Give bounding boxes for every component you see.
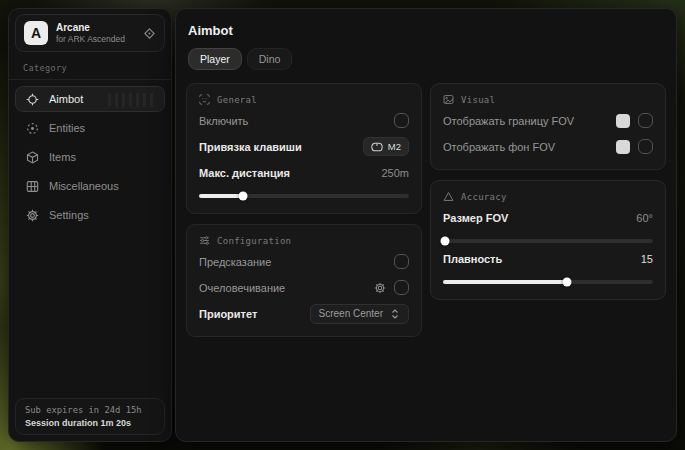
humanization-row: Очеловечивание [199, 277, 409, 298]
sidebar-item-label: Items [49, 151, 76, 163]
fov-size-label: Размер FOV [443, 212, 508, 224]
sidebar-item-label: Aimbot [49, 93, 83, 105]
grid-icon [26, 180, 39, 193]
prediction-label: Предсказание [199, 256, 271, 268]
smoothness-slider-handle[interactable] [562, 278, 571, 287]
priority-label: Приоритет [199, 308, 257, 320]
package-icon [26, 151, 39, 164]
visual-card: Visual Отображать границу FOV Отображать… [430, 83, 666, 170]
mouse-icon [371, 142, 383, 152]
game-overlay-background: { "app": { "logo_letter": "A", "name": "… [0, 0, 685, 450]
main-panel: Aimbot Player Dino General [175, 8, 677, 442]
priority-row: Приоритет Screen Center [199, 303, 409, 324]
enable-row: Включить [199, 110, 409, 131]
gear-icon [26, 209, 39, 222]
fov-border-row: Отображать границу FOV [443, 110, 653, 131]
subscription-info-box: Sub expires in 24d 15h Session duration … [15, 398, 165, 435]
enable-checkbox[interactable] [394, 113, 409, 128]
left-column: General Включить Привязка клавиши M [186, 83, 422, 337]
accuracy-card: Accuracy Размер FOV 60° Плавность 15 [430, 180, 666, 300]
sidebar-item-label: Entities [49, 122, 85, 134]
visual-card-header: Visual [443, 94, 653, 105]
app-title-block: Arcane for ARK Ascended [56, 22, 125, 44]
scan-face-icon [199, 94, 210, 105]
page-title: Aimbot [188, 23, 664, 38]
fov-background-color-swatch[interactable] [616, 140, 630, 154]
fov-border-color-swatch[interactable] [616, 114, 630, 128]
sidebar-item-entities[interactable]: Entities [15, 115, 165, 141]
smoothness-value: 15 [641, 253, 653, 265]
enable-label: Включить [199, 115, 248, 127]
tab-dino[interactable]: Dino [247, 48, 293, 70]
app-name: Arcane [56, 22, 125, 34]
triangle-icon [443, 191, 454, 202]
sidebar: A Arcane for ARK Ascended Category Aimbo… [8, 8, 172, 442]
app-logo-box: A Arcane for ARK Ascended [15, 14, 165, 52]
scan-orbit-icon [26, 122, 39, 135]
keybind-value: M2 [388, 141, 401, 152]
visual-card-title: Visual [461, 95, 495, 105]
main-header: Aimbot Player Dino [176, 9, 676, 70]
fov-size-row: Размер FOV 60° [443, 207, 653, 228]
distance-row: Макс. дистанция 250m [199, 162, 409, 183]
sidebar-item-label: Settings [49, 209, 89, 221]
sliders-icon [199, 235, 210, 246]
configuration-card-title: Configuration [217, 236, 291, 246]
crosshair-icon [26, 93, 39, 106]
accuracy-card-title: Accuracy [461, 192, 507, 202]
sidebar-divider [9, 79, 171, 80]
sidebar-item-miscellaneous[interactable]: Miscellaneous [15, 173, 165, 199]
sidebar-menu: Aimbot Entities Items [9, 84, 171, 230]
locate-icon[interactable] [143, 27, 156, 40]
configuration-card: Configuration Предсказание Очеловечивани… [186, 224, 422, 337]
keybind-label: Привязка клавиши [199, 141, 302, 153]
sidebar-item-items[interactable]: Items [15, 144, 165, 170]
image-icon [443, 94, 454, 105]
prediction-checkbox[interactable] [394, 254, 409, 269]
humanization-checkbox[interactable] [394, 280, 409, 295]
priority-dropdown-value: Screen Center [319, 308, 383, 319]
app-subtitle: for ARK Ascended [56, 34, 125, 44]
fov-size-slider-handle[interactable] [441, 237, 450, 246]
content-columns: General Включить Привязка клавиши M [176, 83, 676, 337]
fov-border-label: Отображать границу FOV [443, 115, 574, 127]
fov-border-checkbox[interactable] [638, 113, 653, 128]
sub-expires-text: Sub expires in 24d 15h [25, 405, 155, 415]
app-logo: A [24, 21, 48, 45]
fov-size-value: 60° [636, 212, 653, 224]
distance-slider[interactable] [199, 194, 409, 198]
humanization-label: Очеловечивание [199, 282, 285, 294]
smoothness-slider-fill [443, 280, 567, 284]
general-card-header: General [199, 94, 409, 105]
smoothness-label: Плавность [443, 253, 502, 265]
distance-label: Макс. дистанция [199, 167, 290, 179]
fov-background-label: Отображать фон FOV [443, 141, 555, 153]
fov-background-checkbox[interactable] [638, 139, 653, 154]
chevrons-up-down-icon [390, 308, 400, 320]
smoothness-row: Плавность 15 [443, 248, 653, 269]
sidebar-item-aimbot[interactable]: Aimbot [15, 86, 165, 112]
fov-size-slider[interactable] [443, 239, 653, 243]
smoothness-slider[interactable] [443, 280, 653, 284]
general-card-title: General [217, 95, 257, 105]
priority-dropdown[interactable]: Screen Center [310, 304, 409, 324]
sidebar-item-settings[interactable]: Settings [15, 202, 165, 228]
distance-slider-handle[interactable] [239, 192, 248, 201]
sidebar-item-label: Miscellaneous [49, 180, 119, 192]
distance-slider-fill [199, 194, 243, 198]
active-item-decoration [108, 93, 154, 107]
general-card: General Включить Привязка клавиши M [186, 83, 422, 214]
prediction-row: Предсказание [199, 251, 409, 272]
keybind-row: Привязка клавиши M2 [199, 136, 409, 157]
session-duration-text: Session duration 1m 20s [25, 418, 155, 428]
keybind-button[interactable]: M2 [363, 137, 409, 156]
configuration-card-header: Configuration [199, 235, 409, 246]
distance-value: 250m [381, 167, 409, 179]
fov-background-row: Отображать фон FOV [443, 136, 653, 157]
right-column: Visual Отображать границу FOV Отображать… [430, 83, 666, 337]
tab-player[interactable]: Player [188, 48, 242, 70]
accuracy-card-header: Accuracy [443, 191, 653, 202]
humanization-settings-icon[interactable] [374, 282, 386, 294]
category-label: Category [23, 63, 157, 73]
tab-bar: Player Dino [188, 48, 664, 70]
